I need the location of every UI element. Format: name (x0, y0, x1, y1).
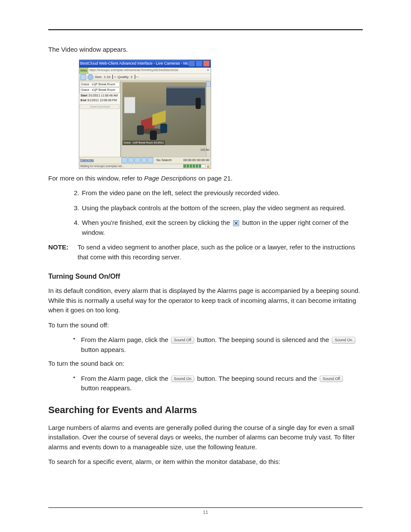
sound-on-item: • From the Alarm page, click the Sound O… (68, 374, 363, 393)
refer-italic: Page Descriptions (144, 174, 197, 182)
sound-on-a: From the Alarm page, click the (81, 375, 170, 382)
sound-off-button-graphic: Sound Off (171, 337, 194, 344)
fast-forward-icon[interactable] (147, 157, 153, 163)
camera-row-2[interactable]: Grace · s1|P Break Room (80, 87, 120, 93)
bullet-icon: • (73, 335, 75, 343)
screenshot-toolbar: Size: 1:10 ┃─ Quality: 2 ┃─ (79, 74, 211, 81)
start-row: Start 3/1/2011 11:08:48 AM (80, 93, 120, 98)
maximize-icon[interactable] (196, 60, 202, 67)
sound-intro: In its default condition, every alarm th… (48, 286, 363, 315)
sound-off-item: • From the Alarm page, click the Sound O… (68, 335, 363, 355)
page-number: 11 (0, 509, 411, 516)
end-row: End 3/1/2011 12:08:48 PM (80, 98, 120, 103)
sound-on-lead: To turn the sound back on: (48, 359, 363, 369)
size-value: 1:10 (104, 75, 111, 80)
search-status: No Search (156, 158, 171, 162)
globe-tool-icon[interactable] (87, 74, 93, 80)
step-back-icon[interactable] (128, 157, 134, 163)
sound-on-button-graphic: Sound On (171, 376, 195, 383)
step-3-text: Using the playback controls at the botto… (82, 204, 346, 212)
step-marker: 4. (70, 218, 79, 228)
minimize-icon[interactable] (188, 60, 195, 67)
grid-tool-icon[interactable] (80, 74, 86, 80)
start-label: Start (81, 94, 87, 97)
video-frame: Grace · s1|P Break Room 3/1/2011 (122, 82, 209, 145)
size-slider[interactable]: ┃─ (112, 75, 116, 80)
playback-bar: Cameras No Search 00:00:00 00:00:00 (79, 157, 211, 164)
quality-label: Quality: (118, 75, 129, 80)
window-buttons (188, 60, 210, 67)
kb-indicator: 143 kb (200, 148, 209, 152)
bottom-rule (48, 507, 363, 508)
sound-off-b: button. The beeping sound is silenced an… (195, 336, 331, 343)
timecode: 00:00:00 00:00:00 (184, 158, 209, 162)
step-4-text-a: When you're finished, exit the screen by… (82, 219, 232, 226)
status-text: Waiting for brivoqa1.exemplar.net… (79, 164, 183, 168)
note-row: NOTE: To send a video segment to another… (48, 243, 363, 262)
screenshot-title: BestCloud Web-Client Advanced Interface … (80, 61, 188, 67)
close-x-icon (233, 220, 239, 226)
sound-heading: Turning Sound On/Off (48, 271, 363, 282)
pause-icon[interactable] (134, 157, 140, 163)
video-caption: Grace · s1|P Break Room 3/1/2011 (122, 140, 165, 145)
cameras-link[interactable]: Cameras (79, 158, 121, 162)
sidebar-download-button[interactable]: Clear/Download (80, 104, 120, 109)
sound-on-button-graphic: Sound On (332, 337, 355, 344)
refer-line: For more on this window, refer to Page D… (48, 174, 363, 184)
step-marker: 2. (70, 188, 79, 198)
quality-value: 2 (131, 75, 132, 80)
rewind-full-icon[interactable] (121, 157, 128, 163)
search-heading: Searching for Events and Alarms (48, 403, 363, 417)
close-window-icon[interactable] (203, 60, 210, 67)
step-3: 3. Using the playback controls at the bo… (70, 203, 363, 213)
sound-on-b: button. The beeping sound recurs and the (195, 375, 319, 382)
note-label: NOTE: (48, 243, 73, 262)
refer-text-a: For more on this window, refer to (48, 174, 144, 182)
start-value: 3/1/2011 11:08:48 AM (88, 94, 118, 97)
step-marker: 3. (70, 203, 79, 213)
screenshot-sidebar: Grace · s1|P Break Room Grace · s1|P Bre… (79, 81, 121, 163)
end-value: 3/1/2011 12:08:48 PM (87, 99, 117, 102)
progress-bar (183, 164, 206, 168)
end-label: End (81, 99, 86, 102)
screenshot-titlebar: BestCloud Web-Client Advanced Interface … (79, 60, 211, 68)
quality-slider[interactable]: ┃─ (134, 75, 139, 80)
top-rule (48, 29, 363, 30)
steps-list: 2. From the video pane on the left, sele… (48, 188, 363, 237)
sound-off-button-graphic: Sound Off (320, 376, 343, 383)
step-2: 2. From the video pane on the left, sele… (70, 188, 363, 198)
note-text: To send a video segment to another place… (78, 243, 363, 262)
url-dropdown-icon[interactable]: ▾ (206, 68, 211, 73)
sound-off-c: button appears. (81, 346, 126, 353)
sound-off-list: • From the Alarm page, click the Sound O… (48, 335, 363, 355)
address-bar: brivo https://brivoqa1.exemplar.net/came… (79, 68, 211, 74)
sound-on-list: • From the Alarm page, click the Sound O… (48, 374, 363, 393)
url-text: https://brivoqa1.exemplar.net/cameras?fo… (89, 68, 206, 73)
screenshot-video-area: Grace · s1|P Break Room 3/1/2011 143 kb (121, 81, 211, 163)
sound-on-c: button reappears. (81, 384, 132, 392)
lock-icon: 🔒 (206, 164, 210, 168)
camera-row-1[interactable]: Grace · s1|P Break Room (80, 82, 120, 87)
step-2-text: From the video pane on the left, select … (82, 189, 280, 196)
sound-off-a: From the Alarm page, click the (81, 336, 170, 343)
bullet-icon: • (73, 374, 75, 382)
status-bar: Waiting for brivoqa1.exemplar.net… 🔒 (79, 164, 211, 168)
search-intro: Large numbers of alarms and events are g… (48, 423, 363, 452)
step-4: 4. When you're finished, exit the screen… (70, 218, 363, 237)
search-do: To search for a specific event, alarm, o… (48, 457, 363, 467)
video-window-appears: The Video window appears. (48, 45, 363, 55)
url-badge: brivo (79, 68, 88, 74)
sound-off-lead: To turn the sound off: (48, 320, 363, 330)
size-label: Size: (95, 75, 103, 80)
play-icon[interactable] (141, 157, 147, 163)
refer-text-b: on page 21. (196, 174, 232, 182)
video-window-screenshot: BestCloud Web-Client Advanced Interface … (79, 60, 211, 168)
